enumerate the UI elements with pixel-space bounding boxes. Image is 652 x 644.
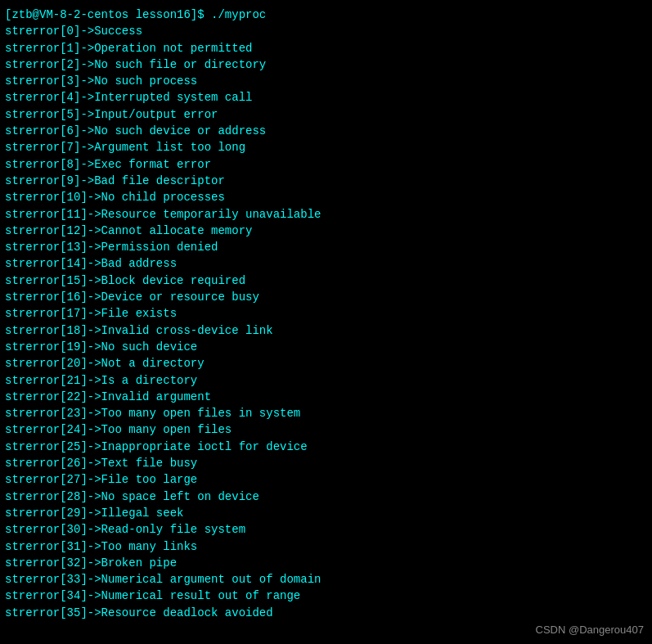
output-line: strerror[24]->Too many open files (5, 421, 647, 438)
output-line: strerror[34]->Numerical result out of ra… (5, 588, 647, 604)
output-line: strerror[11]->Resource temporarily unava… (5, 206, 647, 223)
output-line: strerror[15]->Block device required (5, 272, 647, 289)
output-line: strerror[10]->No child processes (5, 189, 647, 205)
output-line: strerror[28]->No space left on device (5, 489, 647, 505)
output-line: strerror[14]->Bad address (5, 255, 647, 272)
output-line: strerror[21]->Is a directory (5, 372, 647, 389)
output-line: strerror[31]->Too many links (5, 538, 647, 555)
output-line: strerror[9]->Bad file descriptor (5, 173, 647, 189)
output-line: strerror[23]->Too many open files in sys… (5, 405, 647, 421)
output-container: strerror[0]->Successstrerror[1]->Operati… (5, 23, 647, 621)
output-line: strerror[13]->Permission denied (5, 239, 647, 255)
output-line: strerror[16]->Device or resource busy (5, 289, 647, 305)
output-line: strerror[0]->Success (5, 23, 647, 39)
output-line: strerror[25]->Inappropriate ioctl for de… (5, 439, 647, 455)
output-line: strerror[12]->Cannot allocate memory (5, 223, 647, 239)
terminal-window: [ztb@VM-8-2-centos lesson16]$ ./myproc s… (0, 0, 652, 644)
output-line: strerror[3]->No such process (5, 73, 647, 89)
output-line: strerror[30]->Read-only file system (5, 521, 647, 538)
output-line: strerror[19]->No such device (5, 339, 647, 355)
output-line: strerror[8]->Exec format error (5, 156, 647, 173)
output-line: strerror[17]->File exists (5, 305, 647, 322)
output-line: strerror[22]->Invalid argument (5, 389, 647, 405)
output-line: strerror[33]->Numerical argument out of … (5, 571, 647, 588)
output-line: strerror[1]->Operation not permitted (5, 40, 647, 56)
output-line: strerror[4]->Interrupted system call (5, 89, 647, 106)
output-line: strerror[26]->Text file busy (5, 455, 647, 471)
output-line: strerror[35]->Resource deadlock avoided (5, 605, 647, 621)
output-line: strerror[29]->Illegal seek (5, 505, 647, 521)
output-line: strerror[20]->Not a directory (5, 355, 647, 372)
prompt-line: [ztb@VM-8-2-centos lesson16]$ ./myproc (5, 7, 647, 23)
output-line: strerror[6]->No such device or address (5, 123, 647, 139)
output-line: strerror[32]->Broken pipe (5, 555, 647, 571)
output-line: strerror[27]->File too large (5, 471, 647, 488)
output-line: strerror[5]->Input/output error (5, 106, 647, 123)
watermark: CSDN @Dangerou407 (536, 624, 644, 636)
output-line: strerror[2]->No such file or directory (5, 56, 647, 73)
output-line: strerror[18]->Invalid cross-device link (5, 322, 647, 339)
output-line: strerror[7]->Argument list too long (5, 139, 647, 155)
